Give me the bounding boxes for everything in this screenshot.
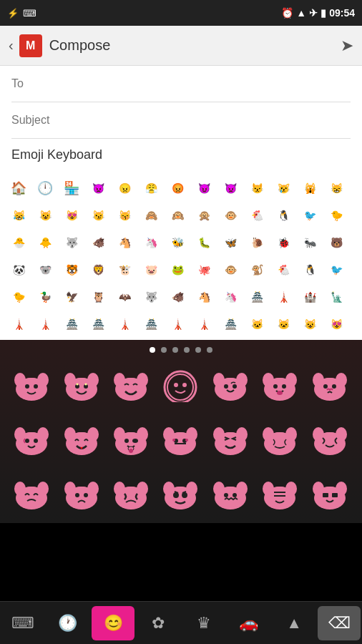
list-item[interactable] bbox=[57, 469, 106, 519]
list-item[interactable]: 🗽 bbox=[323, 284, 349, 310]
delete-button[interactable]: ⌫ bbox=[318, 606, 361, 640]
list-item[interactable] bbox=[156, 469, 205, 519]
list-item[interactable]: 🕛 bbox=[32, 175, 58, 201]
list-item[interactable]: 🗼 bbox=[6, 311, 31, 337]
list-item[interactable]: 🐱 bbox=[244, 311, 270, 337]
list-item[interactable]: 🗼 bbox=[270, 284, 296, 310]
list-item[interactable]: 🐝 bbox=[165, 230, 190, 255]
recent-emoji-button[interactable]: 🕐 bbox=[47, 606, 89, 640]
list-item[interactable] bbox=[107, 469, 156, 519]
list-item[interactable]: 🗼 bbox=[112, 311, 137, 337]
list-item[interactable]: 🏯 bbox=[138, 311, 164, 337]
list-item[interactable]: 🐴 bbox=[112, 230, 137, 255]
list-item[interactable]: 🐨 bbox=[32, 257, 58, 283]
list-item[interactable]: 🐤 bbox=[323, 203, 349, 228]
list-item[interactable]: 😼 bbox=[85, 203, 111, 228]
car-button[interactable]: 🚗 bbox=[228, 606, 270, 640]
list-item[interactable] bbox=[107, 360, 156, 410]
triangle-button[interactable]: ▲ bbox=[273, 606, 315, 640]
list-item[interactable]: 🐺 bbox=[138, 284, 164, 310]
list-item[interactable] bbox=[305, 360, 355, 410]
list-item[interactable]: 👿 bbox=[85, 175, 111, 201]
list-item[interactable]: 🐷 bbox=[138, 257, 164, 283]
list-item[interactable]: 🐦 bbox=[323, 257, 349, 283]
list-item[interactable]: 🐴 bbox=[191, 284, 217, 310]
list-item[interactable]: 🐤 bbox=[6, 284, 31, 310]
list-item[interactable]: 🐺 bbox=[59, 230, 84, 255]
list-item[interactable]: 😿 bbox=[270, 175, 296, 201]
list-item[interactable]: 🐣 bbox=[6, 230, 31, 255]
to-input[interactable] bbox=[11, 77, 351, 90]
list-item[interactable] bbox=[206, 414, 255, 464]
list-item[interactable] bbox=[255, 360, 305, 410]
list-item[interactable]: 🐯 bbox=[59, 257, 84, 283]
list-item[interactable]: 🐔 bbox=[270, 257, 296, 283]
list-item[interactable] bbox=[255, 414, 305, 464]
list-item[interactable]: 🐙 bbox=[191, 257, 217, 283]
list-item[interactable]: 😈 bbox=[191, 175, 217, 201]
list-item[interactable] bbox=[255, 469, 305, 519]
list-item[interactable] bbox=[156, 414, 205, 464]
list-item[interactable]: 😻 bbox=[323, 311, 349, 337]
list-item[interactable]: 🙊 bbox=[191, 203, 217, 228]
back-button[interactable]: ‹ bbox=[9, 37, 14, 54]
list-item[interactable]: 🐵 bbox=[217, 257, 243, 283]
list-item[interactable]: 🐒 bbox=[244, 257, 270, 283]
list-item[interactable] bbox=[107, 414, 156, 464]
list-item[interactable]: 🦄 bbox=[217, 284, 243, 310]
list-item[interactable]: 🙉 bbox=[165, 203, 190, 228]
list-item[interactable]: 🏯 bbox=[59, 311, 84, 337]
keyboard-button[interactable]: ⌨ bbox=[1, 606, 44, 640]
list-item[interactable]: 🦋 bbox=[217, 230, 243, 255]
list-item[interactable]: 😺 bbox=[32, 203, 58, 228]
list-item[interactable]: 🐧 bbox=[297, 257, 323, 283]
list-item[interactable]: 🐱 bbox=[270, 311, 296, 337]
list-item[interactable] bbox=[156, 360, 205, 410]
list-item[interactable]: 🏯 bbox=[85, 311, 111, 337]
list-item[interactable]: 🐮 bbox=[112, 257, 137, 283]
list-item[interactable]: 🗼 bbox=[191, 311, 217, 337]
list-item[interactable]: 🏯 bbox=[217, 311, 243, 337]
list-item[interactable]: 🐛 bbox=[191, 230, 217, 255]
list-item[interactable]: 🐗 bbox=[165, 284, 190, 310]
list-item[interactable] bbox=[206, 469, 255, 519]
list-item[interactable]: 🐧 bbox=[270, 203, 296, 228]
list-item[interactable] bbox=[57, 360, 106, 410]
list-item[interactable]: 🐌 bbox=[244, 230, 270, 255]
list-item[interactable] bbox=[206, 360, 255, 410]
list-item[interactable] bbox=[7, 360, 57, 410]
list-item[interactable]: 🐞 bbox=[270, 230, 296, 255]
list-item[interactable] bbox=[7, 469, 57, 519]
list-item[interactable]: 🐸 bbox=[165, 257, 190, 283]
list-item[interactable] bbox=[57, 414, 106, 464]
list-item[interactable]: 😡 bbox=[165, 175, 190, 201]
list-item[interactable]: 🏯 bbox=[244, 284, 270, 310]
list-item[interactable]: 🗼 bbox=[165, 311, 190, 337]
list-item[interactable]: 😽 bbox=[112, 203, 137, 228]
send-button[interactable]: ➤ bbox=[341, 36, 353, 55]
list-item[interactable]: 🐻 bbox=[323, 230, 349, 255]
list-item[interactable]: 🦅 bbox=[59, 284, 84, 310]
emoji-button[interactable]: 😊 bbox=[92, 606, 134, 640]
list-item[interactable]: 🦄 bbox=[138, 230, 164, 255]
list-item[interactable] bbox=[305, 469, 355, 519]
list-item[interactable]: 🏰 bbox=[297, 284, 323, 310]
list-item[interactable]: 🐦 bbox=[297, 203, 323, 228]
list-item[interactable]: 🦉 bbox=[85, 284, 111, 310]
list-item[interactable]: 🙀 bbox=[297, 175, 323, 201]
list-item[interactable] bbox=[7, 414, 57, 464]
list-item[interactable]: 🏪 bbox=[59, 175, 84, 201]
list-item[interactable]: 😻 bbox=[59, 203, 84, 228]
list-item[interactable]: 😹 bbox=[6, 203, 31, 228]
subject-input[interactable] bbox=[11, 114, 351, 127]
list-item[interactable] bbox=[305, 414, 355, 464]
list-item[interactable]: 🦆 bbox=[32, 284, 58, 310]
list-item[interactable]: 👿 bbox=[217, 175, 243, 201]
list-item[interactable]: 😸 bbox=[323, 175, 349, 201]
flower-button[interactable]: ✿ bbox=[137, 606, 180, 640]
list-item[interactable]: 🐜 bbox=[297, 230, 323, 255]
list-item[interactable]: 🐵 bbox=[217, 203, 243, 228]
list-item[interactable]: 🗼 bbox=[32, 311, 58, 337]
list-item[interactable]: 😺 bbox=[297, 311, 323, 337]
list-item[interactable]: 😠 bbox=[112, 175, 137, 201]
